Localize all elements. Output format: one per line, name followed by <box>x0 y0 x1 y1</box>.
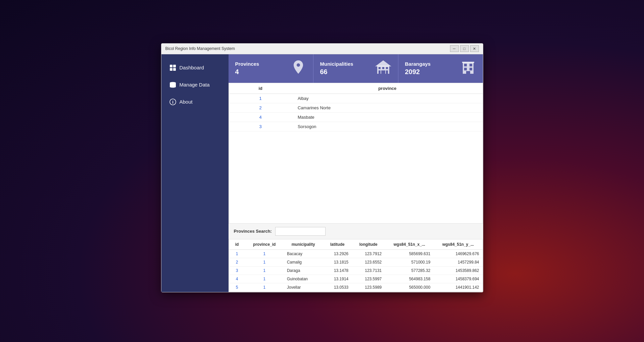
mun-y-cell: 1453589.862 <box>434 266 482 275</box>
svg-rect-3 <box>173 68 176 71</box>
main-content: Provinces 4 Municipalities 66 <box>229 54 483 292</box>
provinces-icon <box>290 59 306 78</box>
search-input[interactable] <box>275 227 326 236</box>
mun-lat-cell: 13.1914 <box>323 275 352 283</box>
mun-y-cell: 1469629.676 <box>434 249 482 258</box>
stats-bar: Provinces 4 Municipalities 66 <box>229 54 483 83</box>
svg-rect-10 <box>386 67 388 69</box>
window-body: Dashboard Manage Data i <box>161 54 483 292</box>
titlebar: Bicol Region Info Management System ─ □ … <box>161 44 483 54</box>
mun-name-cell: Guinobatan <box>284 275 323 283</box>
mun-id-cell: 4 <box>229 275 245 283</box>
mun-name-cell: Camalig <box>284 258 323 266</box>
window-controls: ─ □ ✕ <box>450 45 479 52</box>
about-icon: i <box>169 99 176 105</box>
mun-prov-id-cell: 1 <box>245 266 284 275</box>
mun-x-cell: 577285.32 <box>385 266 434 275</box>
mun-id-cell: 2 <box>229 258 245 266</box>
maximize-button[interactable]: □ <box>460 45 469 52</box>
sidebar-item-dashboard[interactable]: Dashboard <box>164 60 226 75</box>
province-name-cell: Albay <box>292 94 483 103</box>
province-id-cell: 1 <box>229 94 292 103</box>
mun-id-cell: 3 <box>229 266 245 275</box>
table-row: 2 1 Camalig 13.1815 123.6552 571000.19 1… <box>229 258 483 266</box>
window-title: Bicol Region Info Management System <box>165 46 235 51</box>
svg-rect-19 <box>469 68 472 70</box>
province-id-cell: 2 <box>229 103 292 112</box>
table-row: 3 Sorsogon <box>229 122 483 131</box>
sidebar-manage-data-label: Manage Data <box>180 82 210 88</box>
mun-y-cell: 1458379.694 <box>434 275 482 283</box>
mun-prov-id-cell: 1 <box>245 275 284 283</box>
mun-lon-cell: 123.6552 <box>352 258 385 266</box>
mun-y-cell: 1457299.84 <box>434 258 482 266</box>
mun-col-y: wgs84_51n_y_... <box>434 239 482 250</box>
mun-lon-cell: 123.5997 <box>352 275 385 283</box>
svg-rect-1 <box>173 65 176 67</box>
table-row: 3 1 Daraga 13.1478 123.7131 577285.32 14… <box>229 266 483 275</box>
provinces-table: id province 1 Albay 2 Camarines Norte 4 … <box>229 83 483 131</box>
svg-marker-14 <box>375 60 391 66</box>
mun-lon-cell: 123.5989 <box>352 283 385 291</box>
provinces-table-wrapper: id province 1 Albay 2 Camarines Norte 4 … <box>229 83 483 224</box>
table-row: 4 1 Guinobatan 13.1914 123.5997 564983.1… <box>229 275 483 283</box>
mun-lon-cell: 123.7912 <box>352 249 385 258</box>
minimize-button[interactable]: ─ <box>450 45 459 52</box>
mun-lat-cell: 13.2926 <box>323 249 352 258</box>
sidebar: Dashboard Manage Data i <box>161 54 229 292</box>
mun-x-cell: 565000.000 <box>385 283 434 291</box>
svg-rect-20 <box>466 71 470 74</box>
mun-name-cell: Bacacay <box>284 249 323 258</box>
mun-name-cell: Jovellar <box>284 283 323 291</box>
sidebar-item-about[interactable]: i About <box>164 95 226 109</box>
barangays-value: 2092 <box>405 68 431 76</box>
close-button[interactable]: ✕ <box>470 45 479 52</box>
svg-rect-12 <box>386 70 388 74</box>
mun-lat-cell: 13.1815 <box>323 258 352 266</box>
municipalities-icon <box>375 59 391 78</box>
mun-prov-id-cell: 1 <box>245 249 284 258</box>
mun-lat-cell: 13.0533 <box>323 283 352 291</box>
search-label: Provinces Search: <box>234 229 272 234</box>
province-name-cell: Camarines Norte <box>292 103 483 112</box>
mun-col-municipality: municipality <box>284 239 323 250</box>
mun-col-latitude: latitude <box>323 239 352 250</box>
mun-lon-cell: 123.7131 <box>352 266 385 275</box>
provinces-value: 4 <box>235 68 259 76</box>
mun-col-id: id <box>229 239 245 250</box>
province-name-cell: Sorsogon <box>292 122 483 131</box>
stat-card-provinces: Provinces 4 <box>229 54 313 83</box>
mun-y-cell: 1441901.142 <box>434 283 482 291</box>
sidebar-about-label: About <box>180 99 193 105</box>
search-section: Provinces Search: <box>229 224 483 239</box>
table-row: 2 Camarines Norte <box>229 103 483 112</box>
svg-rect-16 <box>464 64 467 66</box>
stat-card-municipalities: Municipalities 66 <box>313 54 398 83</box>
main-window: Bicol Region Info Management System ─ □ … <box>161 43 483 292</box>
svg-rect-2 <box>170 68 172 71</box>
municipalities-table: id province_id municipality latitude lon… <box>229 239 483 292</box>
svg-rect-18 <box>464 68 467 70</box>
municipalities-table-wrapper: id province_id municipality latitude lon… <box>229 239 483 292</box>
dashboard-icon <box>169 64 176 71</box>
barangays-icon <box>460 59 476 78</box>
municipalities-label: Municipalities <box>320 61 353 67</box>
mun-x-cell: 571000.19 <box>385 258 434 266</box>
sidebar-item-manage-data[interactable]: Manage Data <box>164 78 226 92</box>
manage-data-icon <box>169 82 176 88</box>
table-row: 1 1 Bacacay 13.2926 123.7912 585699.631 … <box>229 249 483 258</box>
svg-rect-17 <box>469 64 472 66</box>
svg-rect-8 <box>379 67 381 69</box>
svg-rect-0 <box>170 65 172 67</box>
mun-prov-id-cell: 1 <box>245 283 284 291</box>
province-name-cell: Masbate <box>292 112 483 122</box>
provinces-label: Provinces <box>235 61 259 67</box>
svg-text:i: i <box>172 100 174 105</box>
municipalities-value: 66 <box>320 68 353 76</box>
province-id-cell: 4 <box>229 112 292 122</box>
mun-id-cell: 1 <box>229 249 245 258</box>
svg-rect-9 <box>382 67 384 69</box>
province-id-cell: 3 <box>229 122 292 131</box>
mun-x-cell: 585699.631 <box>385 249 434 258</box>
mun-col-x: wgs84_51n_x_... <box>385 239 434 250</box>
